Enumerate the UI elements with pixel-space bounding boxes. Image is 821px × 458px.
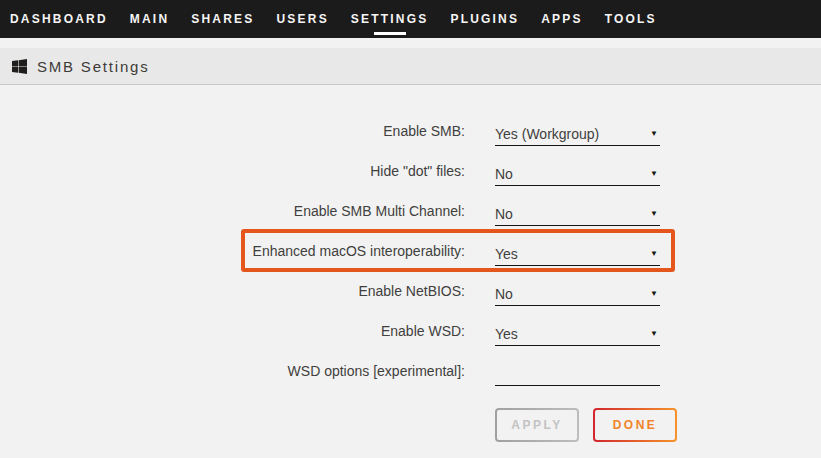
caret-down-icon: ▼ bbox=[650, 290, 660, 298]
caret-down-icon: ▼ bbox=[650, 130, 660, 138]
netbios-select[interactable]: No ▼ bbox=[495, 282, 660, 306]
nav-item-tools[interactable]: TOOLS bbox=[605, 0, 657, 38]
hide-dot-files-select[interactable]: No ▼ bbox=[495, 162, 660, 186]
nav-item-main[interactable]: MAIN bbox=[130, 0, 169, 38]
select-value: No bbox=[495, 286, 513, 302]
form-row-smb-multichannel: Enable SMB Multi Channel: No ▼ bbox=[0, 191, 821, 231]
done-button[interactable]: DONE bbox=[593, 408, 677, 442]
nav-item-dashboard[interactable]: DASHBOARD bbox=[10, 0, 108, 38]
nav-item-shares[interactable]: SHARES bbox=[191, 0, 254, 38]
form-actions: APPLY DONE bbox=[495, 408, 677, 442]
form-row-wsd: Enable WSD: Yes ▼ bbox=[0, 311, 821, 351]
caret-down-icon: ▼ bbox=[650, 250, 660, 258]
field-label: Hide "dot" files: bbox=[0, 163, 465, 179]
apply-button-label: APPLY bbox=[497, 410, 577, 440]
form-row-macos-interop: Enhanced macOS interoperability: Yes ▼ bbox=[0, 231, 821, 271]
field-label: Enhanced macOS interoperability: bbox=[0, 243, 465, 259]
macos-interop-select[interactable]: Yes ▼ bbox=[495, 242, 660, 266]
select-value: No bbox=[495, 166, 513, 182]
form-row-netbios: Enable NetBIOS: No ▼ bbox=[0, 271, 821, 311]
form-row-wsd-options: WSD options [experimental]: bbox=[0, 351, 821, 391]
smb-settings-form: Enable SMB: Yes (Workgroup) ▼ Hide "dot"… bbox=[0, 111, 821, 391]
form-row-hide-dot-files: Hide "dot" files: No ▼ bbox=[0, 151, 821, 191]
apply-button[interactable]: APPLY bbox=[495, 408, 579, 442]
form-row-enable-smb: Enable SMB: Yes (Workgroup) ▼ bbox=[0, 111, 821, 151]
field-label: WSD options [experimental]: bbox=[0, 363, 465, 379]
nav-item-settings[interactable]: SETTINGS bbox=[351, 0, 429, 38]
field-label: Enable NetBIOS: bbox=[0, 283, 465, 299]
caret-down-icon: ▼ bbox=[650, 210, 660, 218]
top-navbar: DASHBOARD MAIN SHARES USERS SETTINGS PLU… bbox=[0, 0, 821, 38]
wsd-select[interactable]: Yes ▼ bbox=[495, 322, 660, 346]
select-value: No bbox=[495, 206, 513, 222]
smb-multichannel-select[interactable]: No ▼ bbox=[495, 202, 660, 226]
done-button-label: DONE bbox=[595, 410, 675, 440]
field-label: Enable SMB Multi Channel: bbox=[0, 203, 465, 219]
field-label: Enable WSD: bbox=[0, 323, 465, 339]
caret-down-icon: ▼ bbox=[650, 330, 660, 338]
nav-item-plugins[interactable]: PLUGINS bbox=[450, 0, 519, 38]
field-label: Enable SMB: bbox=[0, 123, 465, 139]
select-value: Yes bbox=[495, 246, 518, 262]
nav-item-users[interactable]: USERS bbox=[277, 0, 329, 38]
page-title: SMB Settings bbox=[37, 58, 149, 75]
wsd-options-input[interactable] bbox=[495, 362, 660, 386]
nav-item-apps[interactable]: APPS bbox=[541, 0, 582, 38]
windows-logo-icon bbox=[12, 59, 27, 74]
page-header-bar: SMB Settings bbox=[0, 48, 821, 85]
select-value: Yes (Workgroup) bbox=[495, 126, 599, 142]
enable-smb-select[interactable]: Yes (Workgroup) ▼ bbox=[495, 122, 660, 146]
caret-down-icon: ▼ bbox=[650, 170, 660, 178]
select-value: Yes bbox=[495, 326, 518, 342]
